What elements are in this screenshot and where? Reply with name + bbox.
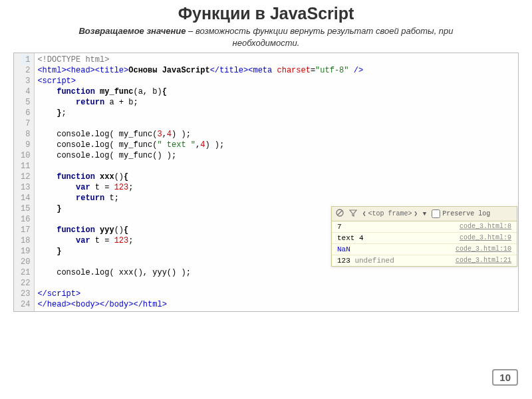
line-number: 9	[21, 140, 30, 150]
code-line: var t = 123;	[37, 182, 518, 193]
slide-title: Функции в JavaScript	[0, 0, 532, 23]
console-source-link[interactable]: code_3.html:9	[460, 234, 511, 242]
dropdown-icon[interactable]: ▼	[423, 211, 426, 217]
code-line: <!DOCTYPE html>	[37, 55, 518, 65]
line-number: 19	[21, 246, 30, 257]
code-line	[37, 118, 518, 129]
console-source-link[interactable]: code_3.html:10	[456, 245, 511, 253]
line-number: 18	[21, 235, 30, 246]
svg-line-1	[338, 211, 342, 215]
console-source-link[interactable]: code_3.html:21	[456, 257, 511, 265]
line-number: 8	[21, 129, 30, 140]
console-source-link[interactable]: code_3.html:8	[460, 223, 511, 231]
code-editor: 123456789101112131415161718192021222324 …	[13, 53, 519, 312]
code-line: };	[37, 108, 518, 118]
line-number: 2	[21, 65, 30, 76]
line-number: 15	[21, 203, 30, 214]
clear-icon[interactable]	[336, 209, 344, 219]
code-line: <html><head><title>Основы JavaScript</ti…	[37, 65, 518, 76]
line-number: 22	[21, 278, 30, 289]
line-number: 3	[21, 76, 30, 86]
subtitle-term: Возвращаемое значение	[78, 26, 186, 36]
frame-selector[interactable]: ❮ <top frame> ❯	[362, 210, 418, 217]
preserve-log-checkbox[interactable]	[432, 209, 440, 218]
code-line: return t;	[37, 193, 518, 203]
subtitle-rest: – возможность функции вернуть результат …	[186, 26, 453, 48]
line-number: 13	[21, 182, 30, 193]
filter-icon[interactable]	[349, 209, 357, 219]
line-number: 14	[21, 193, 30, 203]
console-output: 7code_3.html:8 text 4code_3.html:9NaNcod…	[332, 221, 517, 266]
console-message: 7	[337, 223, 342, 231]
code-line: function my_func(a, b){	[37, 86, 518, 97]
code-line: console.log( my_func(" text ",4) );	[37, 140, 518, 150]
code-line: console.log( xxx(), yyy() );	[37, 267, 518, 278]
line-number: 16	[21, 214, 30, 225]
line-number: 17	[21, 225, 30, 235]
code-line	[37, 278, 518, 289]
console-message: 123 undefined	[337, 257, 394, 265]
console-message: text 4	[337, 234, 364, 242]
line-gutter: 123456789101112131415161718192021222324	[14, 53, 35, 311]
console-toolbar: ❮ <top frame> ❯ ▼ Preserve log	[332, 207, 517, 221]
line-number: 21	[21, 267, 30, 278]
code-line	[37, 161, 518, 172]
devtools-console: ❮ <top frame> ❯ ▼ Preserve log 7code_3.h…	[331, 206, 517, 267]
code-line: function xxx(){	[37, 172, 518, 182]
line-number: 10	[21, 150, 30, 161]
code-line: console.log( my_func(3,4) );	[37, 129, 518, 140]
line-number: 6	[21, 108, 30, 118]
code-line: console.log( my_func() );	[37, 150, 518, 161]
preserve-log-toggle[interactable]: Preserve log	[432, 209, 490, 218]
preserve-log-label: Preserve log	[442, 210, 490, 217]
code-line: </script>	[37, 289, 518, 299]
line-number: 20	[21, 257, 30, 267]
line-number: 1	[21, 55, 30, 65]
svg-marker-2	[350, 210, 356, 216]
line-number: 4	[21, 86, 30, 97]
line-number: 7	[21, 118, 30, 129]
slide-subtitle: Возвращаемое значение – возможность функ…	[0, 23, 532, 53]
console-row: NaNcode_3.html:10	[332, 244, 517, 255]
console-row: text 4code_3.html:9	[332, 233, 517, 244]
console-message: NaN	[337, 245, 350, 253]
line-number: 5	[21, 97, 30, 108]
console-row: 123 undefinedcode_3.html:21	[332, 255, 517, 266]
console-row: 7code_3.html:8	[332, 221, 517, 233]
line-number: 23	[21, 289, 30, 299]
line-number: 12	[21, 172, 30, 182]
code-line: return a + b;	[37, 97, 518, 108]
page-number-badge: 10	[492, 369, 518, 386]
chevron-left-icon: ❮	[362, 210, 366, 217]
chevron-right-icon: ❯	[414, 210, 417, 217]
line-number: 11	[21, 161, 30, 172]
code-line: <script>	[37, 76, 518, 86]
code-area[interactable]: <!DOCTYPE html><html><head><title>Основы…	[35, 53, 518, 311]
line-number: 24	[21, 299, 30, 310]
code-line: </head><body></body></html>	[37, 299, 518, 310]
frame-label: <top frame>	[368, 210, 412, 217]
